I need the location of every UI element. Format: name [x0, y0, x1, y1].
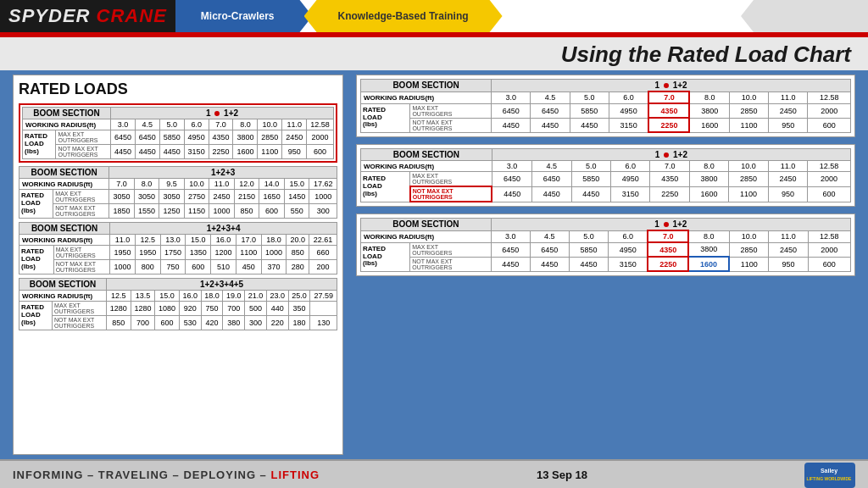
header: SPYDER CRANE Micro-Crawlers Knowledge-Ba… — [0, 0, 868, 32]
left-panel: RATED LOADS BOOM SECTION 1 1+2 WORKING R… — [13, 75, 343, 455]
logo-text: SPYDER CRANE — [8, 5, 167, 27]
header-center: Micro-Crawlers Knowledge-Based Training — [175, 0, 741, 32]
main-content: RATED LOADS BOOM SECTION 1 1+2 WORKING R… — [0, 70, 868, 459]
right-table-3-box: BOOM SECTION 1 1+2 WORKING RADIUS(ft) 3.… — [356, 214, 855, 276]
right-panel: BOOM SECTION 1 1+2 WORKING RADIUS(ft) 3.… — [356, 75, 855, 455]
right-table-1-box: BOOM SECTION 1 1+2 WORKING RADIUS(ft) 3.… — [356, 75, 855, 137]
footer-logo: Sailey LIFTING WORLDWIDE — [804, 463, 855, 488]
right-table-2: BOOM SECTION 1 1+2 WORKING RADIUS(ft) 3.… — [360, 148, 851, 202]
svg-text:LIFTING WORLDWIDE: LIFTING WORLDWIDE — [807, 476, 852, 481]
left-table-2-wrapper: BOOM SECTION 1+2+3 WORKING RADIUS(ft) 7.… — [19, 166, 337, 219]
left-table-4: BOOM SECTION 1+2+3+4+5 WORKING RADIUS(ft… — [19, 278, 337, 330]
tab-knowledge-training: Knowledge-Based Training — [304, 0, 503, 32]
left-table-1-wrapper: BOOM SECTION 1 1+2 WORKING RADIUS(ft) 3.… — [19, 103, 337, 163]
right-table-1: BOOM SECTION 1 1+2 WORKING RADIUS(ft) 3.… — [360, 79, 851, 133]
left-table-3-wrapper: BOOM SECTION 1+2+3+4 WORKING RADIUS(ft) … — [19, 222, 337, 274]
right-table-3: BOOM SECTION 1 1+2 WORKING RADIUS(ft) 3.… — [360, 218, 851, 272]
left-table-3: BOOM SECTION 1+2+3+4 WORKING RADIUS(ft) … — [19, 222, 337, 274]
footer-motto: INFORMING – TRAVELING – DEPLOYING – LIFT… — [13, 469, 320, 481]
header-right-decor — [741, 0, 868, 32]
tab-micro-crawlers: Micro-Crawlers — [175, 0, 313, 32]
logo-area: SPYDER CRANE — [0, 0, 175, 32]
right-table-2-box: BOOM SECTION 1 1+2 WORKING RADIUS(ft) 3.… — [356, 144, 855, 207]
rated-loads-title: RATED LOADS — [19, 80, 337, 98]
svg-text:Sailey: Sailey — [821, 468, 837, 474]
footer-date: 13 Sep 18 — [537, 469, 587, 481]
section-label: BOOM SECTION — [23, 108, 111, 119]
left-table-4-wrapper: BOOM SECTION 1+2+3+4+5 WORKING RADIUS(ft… — [19, 278, 337, 330]
left-table-1: BOOM SECTION 1 1+2 WORKING RADIUS(ft) 3.… — [22, 107, 334, 159]
page-title: Using the Rated Load Chart — [0, 37, 868, 70]
left-table-2: BOOM SECTION 1+2+3 WORKING RADIUS(ft) 7.… — [19, 166, 337, 219]
footer: INFORMING – TRAVELING – DEPLOYING – LIFT… — [0, 459, 868, 488]
